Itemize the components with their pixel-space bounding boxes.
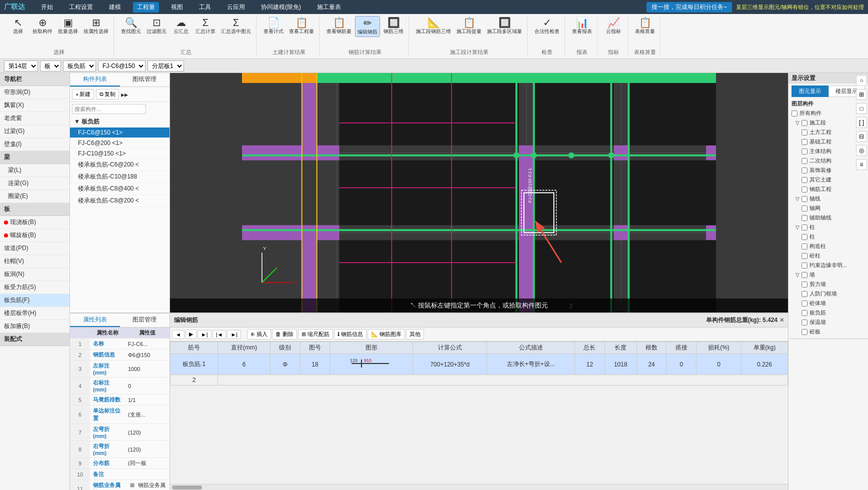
right-icon-4[interactable]: ⊟ <box>856 131 867 142</box>
rebar-row-1[interactable]: 2 <box>170 375 788 386</box>
comp-tab-drawings[interactable]: 图纸管理 <box>120 73 170 86</box>
right-icon-1[interactable]: ⊞ <box>856 89 867 100</box>
tb-attr-select-btn[interactable]: ⊞ 按属性选择 <box>82 16 110 36</box>
check-concrete-slab-input[interactable] <box>802 329 808 335</box>
sublayer-select[interactable]: 分层板1 <box>148 60 184 72</box>
check-construction-seg[interactable]: ▽ 施工段 <box>792 118 865 128</box>
tree-item-6[interactable]: 楼承板负筋-C8@200 < <box>70 195 170 207</box>
nav-item-bay[interactable]: 飘窗(X) <box>0 99 70 112</box>
menu-item-project-settings[interactable]: 工程设置 <box>65 2 97 12</box>
check-all-input[interactable] <box>792 110 798 116</box>
scrollbar-thumb[interactable] <box>172 486 202 490</box>
check-axis-input[interactable] <box>802 196 808 202</box>
nav-item-conn-beam[interactable]: 连梁(G) <box>0 177 70 190</box>
check-all-components[interactable]: 所有构件 <box>792 108 865 118</box>
rebar-insert-btn[interactable]: ⊕ 插入 <box>247 329 271 340</box>
tb-rebar-3d-btn[interactable]: 🔲 钢筋三维 <box>382 16 406 37</box>
menu-item-start[interactable]: 开始 <box>37 2 57 12</box>
expand-construction-icon[interactable]: ▽ <box>796 120 800 126</box>
check-neg-slab-input[interactable] <box>802 310 808 316</box>
tb-seg-rebar-3d-btn[interactable]: 📐 施工段钢筋三维 <box>414 16 453 36</box>
tb-filter-btn[interactable]: ⊡ 过滤图元 <box>144 16 168 36</box>
prop-val-2[interactable]: 1000 <box>125 360 170 378</box>
rebar-prev-btn[interactable]: ◄ <box>172 330 184 339</box>
check-concrete-wall[interactable]: 砼体墙 <box>792 298 865 308</box>
check-col-input[interactable] <box>802 224 808 230</box>
nav-item-spiral-slab[interactable]: 螺旋板(B) <box>0 229 70 242</box>
props-tab-layers[interactable]: 图层管理 <box>120 314 170 327</box>
tb-pick-btn[interactable]: ⊕ 拾取构件 <box>30 16 54 36</box>
tb-view-quantity-btn[interactable]: 📋 查看工程量 <box>287 16 316 36</box>
tb-edit-rebar-btn[interactable]: ✏ 编辑钢筋 <box>355 16 380 37</box>
nav-item-niche[interactable]: 壁龛(I) <box>0 138 70 151</box>
tree-item-2[interactable]: FJ-C10@150 <1> <box>70 148 170 159</box>
tb-table-calc-btn[interactable]: 📋 表格算量 <box>633 16 657 36</box>
tb-view-rebar-btn[interactable]: 📋 查看钢筋量 <box>324 16 354 37</box>
check-neg-slab-rebar[interactable]: 板负筋 <box>792 308 865 318</box>
check-other-civil-input[interactable] <box>802 177 808 183</box>
right-icon-5[interactable]: ◎ <box>856 145 867 156</box>
prop-val-1[interactable]: Φ6@150 <box>125 350 170 360</box>
check-rebar-eng-input[interactable] <box>802 186 808 192</box>
expand-rebar-props-btn[interactable]: ⊞ <box>128 481 136 489</box>
tb-select-btn[interactable]: ↖ 选择 <box>7 16 29 36</box>
nav-item-dormer[interactable]: 老虎窗 <box>0 112 70 125</box>
right-icon-0[interactable]: ○ <box>856 75 867 86</box>
check-struct-col-input[interactable] <box>802 244 808 250</box>
type-select[interactable]: 板 <box>40 60 61 72</box>
tb-batch-select-btn[interactable]: ▣ 批量选择 <box>56 16 80 36</box>
check-rebar-eng[interactable]: 钢筋工程 <box>792 184 865 194</box>
tb-calc-selected-btn[interactable]: Σ 汇总选中图元 <box>219 16 253 36</box>
more-btn[interactable]: ▸▸ <box>121 90 128 98</box>
comp-tab-list[interactable]: 构件列表 <box>70 73 120 86</box>
check-aux-axis[interactable]: 辅助轴线 <box>792 213 865 222</box>
prop-val-4[interactable]: 1/1 <box>125 394 170 406</box>
check-concrete-col[interactable]: 砼柱 <box>792 251 865 260</box>
nav-item-ramp[interactable]: 坡道(PD) <box>0 242 70 255</box>
check-wall-input[interactable] <box>802 272 808 278</box>
check-aux-axis-input[interactable] <box>802 215 808 221</box>
check-insulation-wall[interactable]: 保温墙 <box>792 318 865 327</box>
rebar-scale-btn[interactable]: ⊞ 缩尺配筋 <box>298 329 333 340</box>
check-boundary-col[interactable]: 约束边缘非明... <box>792 260 865 270</box>
check-column-input[interactable] <box>802 234 808 240</box>
rebar-row-0[interactable]: 板负筋.1 6 Φ 18 9 <box>170 354 788 375</box>
tree-item-4[interactable]: 楼承板负筋-C10@188 <box>70 171 170 183</box>
prop-val-10[interactable]: ⊞ 钢筋业务属性 <box>125 480 170 490</box>
nav-item-cap[interactable]: 柱帽(V) <box>0 255 70 268</box>
new-component-btn[interactable]: + 新建 <box>72 89 94 100</box>
check-shear-wall-input[interactable] <box>802 282 808 288</box>
menu-item-collab[interactable]: 协同建模(限免) <box>257 2 305 12</box>
prop-val-0[interactable]: FJ-C6... <box>125 338 170 350</box>
tree-section-neg-rebar[interactable]: ▼ 板负筋 <box>70 116 170 128</box>
rebar-skip-btn[interactable]: |◄ <box>212 330 226 339</box>
menu-item-construction[interactable]: 施工量表 <box>313 2 345 12</box>
rebar-select[interactable]: FJ-C6@150 <box>98 60 146 72</box>
menu-item-view[interactable]: 视图 <box>167 2 187 12</box>
prop-val-7[interactable]: (120) <box>125 441 170 458</box>
check-axis-section[interactable]: ▽ 轴线 <box>792 194 865 204</box>
check-other-civil[interactable]: 其它土建 <box>792 175 865 184</box>
check-decoration-input[interactable] <box>802 168 808 174</box>
right-tab-elements[interactable]: 图元显示 <box>792 86 828 97</box>
canvas-area[interactable]: FJ-C6@150-FJ-1 <box>170 73 788 312</box>
close-rebar-btn[interactable]: ✕ <box>780 317 784 324</box>
rebar-last-btn[interactable]: ►| <box>227 330 241 339</box>
check-boundary-col-input[interactable] <box>802 262 808 268</box>
check-insulation-input[interactable] <box>802 320 808 326</box>
check-struct-col[interactable]: 构造柱 <box>792 242 865 251</box>
prop-val-9[interactable] <box>125 469 170 480</box>
tb-view-report-btn[interactable]: 📊 查看报表 <box>570 16 594 36</box>
check-column-section[interactable]: ▽ 柱 <box>792 222 865 232</box>
rebar-delete-btn[interactable]: 🗑 删除 <box>272 329 297 340</box>
check-axisnet[interactable]: 轴网 <box>792 204 865 213</box>
rebar-diagram-btn[interactable]: 📐 钢筋图库 <box>368 329 405 340</box>
prop-val-5[interactable]: (支座... <box>125 406 170 424</box>
tb-calc-btn[interactable]: Σ 汇总计算 <box>194 16 218 36</box>
check-secondary-struct[interactable]: 二次结构 <box>792 156 865 166</box>
nav-item-curtain[interactable]: 帘形洞(D) <box>0 86 70 99</box>
component-search-input[interactable] <box>72 104 146 114</box>
rebar-other-btn[interactable]: 其他 <box>406 329 424 340</box>
tree-item-3[interactable]: 楼承板负筋-C6@200 < <box>70 159 170 171</box>
menu-item-tools[interactable]: 工具 <box>195 2 215 12</box>
